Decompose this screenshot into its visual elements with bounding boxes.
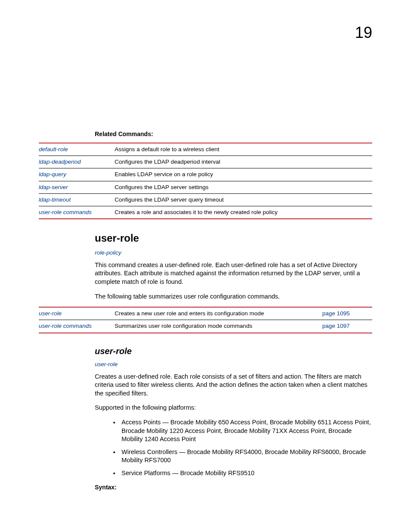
table-row: user-role commands Creates a role and as… bbox=[39, 206, 372, 219]
table-row: ldap-server Configures the LDAP server s… bbox=[39, 181, 372, 193]
list-item: Access Points — Brocade Mobility 650 Acc… bbox=[120, 418, 372, 444]
related-commands-table: default-role Assigns a default role to a… bbox=[39, 143, 372, 219]
content-area: Related Commands: default-role Assigns a… bbox=[39, 130, 372, 492]
cmd-desc: Enables LDAP service on a role policy bbox=[115, 168, 372, 181]
list-item: Wireless Controllers — Brocade Mobility … bbox=[120, 448, 372, 465]
platform-list: Access Points — Brocade Mobility 650 Acc… bbox=[95, 418, 372, 477]
user-role-xref[interactable]: user-role bbox=[95, 361, 372, 368]
table-row: ldap-timeout Configures the LDAP server … bbox=[39, 193, 372, 206]
user-role-para2: The following table summarizes user role… bbox=[95, 292, 372, 301]
table-row: user-role Creates a new user role and en… bbox=[39, 307, 372, 320]
table-row: ldap-deadperiod Configures the LDAP dead… bbox=[39, 156, 372, 168]
cmd-desc: Summarizes user role configuration mode … bbox=[115, 320, 322, 333]
user-role-summary-table: user-role Creates a new user role and en… bbox=[39, 307, 372, 333]
cmd-link[interactable]: user-role commands bbox=[39, 208, 108, 216]
page-number: 19 bbox=[355, 22, 372, 44]
user-role-sub-para1: Creates a user-defined role. Each role c… bbox=[95, 373, 372, 398]
cmd-link[interactable]: ldap-query bbox=[39, 171, 108, 178]
page-link[interactable]: page 1097 bbox=[322, 323, 350, 329]
cmd-desc: Configures the LDAP server query timeout bbox=[115, 193, 372, 206]
page-link[interactable]: page 1095 bbox=[322, 310, 350, 317]
cmd-link[interactable]: user-role bbox=[39, 310, 108, 317]
cmd-link[interactable]: ldap-server bbox=[39, 184, 108, 191]
cmd-desc: Configures the LDAP server settings bbox=[115, 181, 372, 193]
role-policy-xref[interactable]: role-policy bbox=[95, 249, 372, 257]
cmd-desc: Creates a role and associates it to the … bbox=[115, 206, 372, 219]
syntax-label: Syntax: bbox=[95, 483, 372, 492]
cmd-link[interactable]: default-role bbox=[39, 146, 108, 153]
user-role-sub-para2: Supported in the following platforms: bbox=[95, 404, 372, 412]
table-row: user-role commands Summarizes user role … bbox=[39, 320, 372, 333]
user-role-subheading: user-role bbox=[95, 345, 372, 357]
cmd-desc: Assigns a default role to a wireless cli… bbox=[115, 143, 372, 156]
user-role-para1: This command creates a user-defined role… bbox=[95, 261, 372, 286]
table-row: default-role Assigns a default role to a… bbox=[39, 143, 372, 156]
cmd-link[interactable]: ldap-deadperiod bbox=[39, 158, 108, 166]
list-item: Service Platforms — Brocade Mobility RFS… bbox=[120, 469, 372, 478]
cmd-link[interactable]: user-role commands bbox=[39, 322, 108, 330]
related-commands-heading: Related Commands: bbox=[95, 130, 372, 138]
cmd-link[interactable]: ldap-timeout bbox=[39, 196, 108, 204]
table-row: ldap-query Enables LDAP service on a rol… bbox=[39, 168, 372, 181]
cmd-desc: Configures the LDAP deadperiod interval bbox=[115, 156, 372, 168]
cmd-desc: Creates a new user role and enters its c… bbox=[115, 307, 322, 320]
user-role-heading: user-role bbox=[95, 231, 372, 245]
page-container: 19 Related Commands: default-role Assign… bbox=[0, 0, 411, 532]
